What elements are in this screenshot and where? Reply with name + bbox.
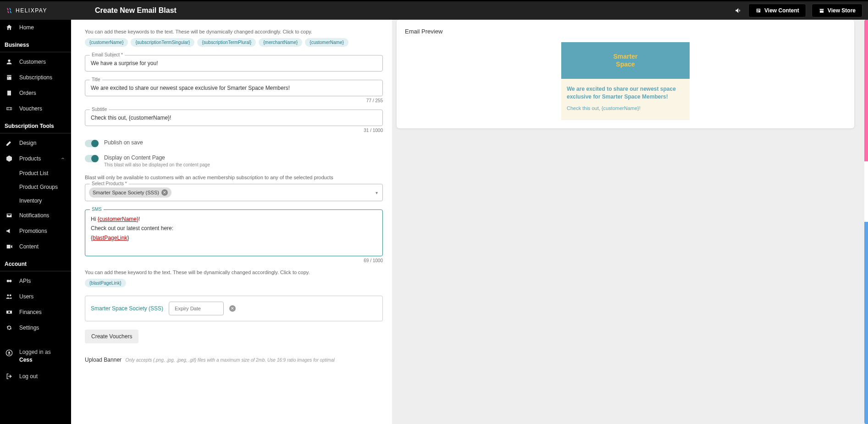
preview-card: Email Preview Smarter Space We are excit… xyxy=(397,20,854,128)
voucher-row: Smarter Space Society (SSS) ✕ xyxy=(85,296,383,321)
sidebar-sub-inventory[interactable]: Inventory xyxy=(0,194,71,208)
pencil-icon xyxy=(6,139,13,147)
display-label: Display on Content Page xyxy=(104,154,210,161)
sidebar-user: Logged in as Cess xyxy=(0,344,71,369)
logout-icon xyxy=(6,373,13,380)
sidebar-item-subscriptions[interactable]: Subscriptions xyxy=(0,70,71,85)
chevron-up-icon xyxy=(60,156,66,161)
title-input[interactable] xyxy=(85,80,382,96)
display-on-content-toggle[interactable] xyxy=(85,155,99,162)
subtitle-counter: 31 / 1000 xyxy=(85,128,383,133)
keyword-chip[interactable]: {subscriptionTermSingular} xyxy=(131,38,194,47)
sidebar-item-logout[interactable]: Log out xyxy=(0,369,71,384)
money-icon xyxy=(6,308,13,316)
sidebar-sub-product-groups[interactable]: Product Groups xyxy=(0,180,71,194)
view-content-button[interactable]: View Content xyxy=(748,4,806,17)
sidebar-item-home[interactable]: Home xyxy=(0,20,71,35)
logged-in-as-label: Logged in as xyxy=(19,348,51,356)
publish-on-save-toggle[interactable] xyxy=(85,140,99,147)
logo-icon xyxy=(6,7,13,14)
page-title: Create New Email Blast xyxy=(95,6,177,15)
section-business: Business xyxy=(0,35,71,52)
select-products-field[interactable]: Select Products * Smarter Space Society … xyxy=(85,184,383,201)
sidebar-item-finances[interactable]: Finances xyxy=(0,304,71,320)
account-icon xyxy=(6,349,13,357)
home-icon xyxy=(6,24,13,31)
box-icon xyxy=(6,155,13,162)
section-account: Account xyxy=(0,254,71,271)
email-subject-field[interactable]: Email Subject * xyxy=(85,55,383,72)
view-store-button[interactable]: View Store xyxy=(812,4,862,17)
sms-textarea[interactable]: Hi {customerName}! Check out our latest … xyxy=(85,210,382,256)
sms-counter: 69 / 1000 xyxy=(85,258,383,263)
sidebar-item-users[interactable]: Users xyxy=(0,289,71,304)
field-label: SMS xyxy=(90,207,104,212)
ticket-icon xyxy=(6,105,13,112)
keyword-chip[interactable]: {customerName} xyxy=(305,38,348,47)
megaphone-icon xyxy=(6,227,13,235)
keyword-chip[interactable]: {subscriptionTermPlural} xyxy=(197,38,256,47)
subtitle-field[interactable]: Subtitle xyxy=(85,110,383,126)
sidebar-sub-product-list[interactable]: Product List xyxy=(0,166,71,180)
sms-keyword-hint: You can add these keyword to the text. T… xyxy=(85,270,383,275)
email-subject-input[interactable] xyxy=(85,55,382,71)
sidebar-item-design[interactable]: Design xyxy=(0,135,71,151)
video-icon xyxy=(6,243,13,250)
upload-hint: Only accepts (.png, .jpg, .jpeg, .gif) f… xyxy=(126,358,335,363)
preview-email: Smarter Space We are excited to share ou… xyxy=(561,42,690,120)
sidebar-item-promotions[interactable]: Promotions xyxy=(0,223,71,239)
field-label: Subtitle xyxy=(90,107,109,112)
view-store-label: View Store xyxy=(828,7,856,14)
field-label: Email Subject * xyxy=(90,52,125,57)
sms-keyword-list: {blastPageLink} xyxy=(85,279,383,287)
sidebar-item-customers[interactable]: Customers xyxy=(0,54,71,70)
users-icon xyxy=(6,293,13,300)
store-icon xyxy=(818,7,825,14)
expiry-date-input[interactable] xyxy=(169,302,224,315)
preview-banner: Smarter Space xyxy=(561,42,690,79)
remove-voucher-icon[interactable]: ✕ xyxy=(229,305,236,312)
create-vouchers-button[interactable]: Create Vouchers xyxy=(85,330,138,343)
sidebar-item-products[interactable]: Products xyxy=(0,151,71,166)
sidebar-item-content[interactable]: Content xyxy=(0,239,71,254)
sidebar-item-vouchers[interactable]: Vouchers xyxy=(0,101,71,116)
remove-chip-icon[interactable]: ✕ xyxy=(161,189,168,196)
title-field[interactable]: Title xyxy=(85,80,383,96)
keyword-chip[interactable]: {customerName} xyxy=(85,38,128,47)
display-sub: This blast will also be displayed on the… xyxy=(104,162,210,167)
keyword-hint: You can add these keywords to the text. … xyxy=(85,29,383,34)
calendar-icon xyxy=(6,74,13,81)
field-label: Title xyxy=(90,77,102,82)
subtitle-input[interactable] xyxy=(85,110,382,126)
section-tools: Subscription Tools xyxy=(0,116,71,133)
publish-label: Publish on save xyxy=(104,139,143,146)
sms-field[interactable]: SMS Hi {customerName}! Check out our lat… xyxy=(85,209,383,256)
sidebar-item-settings[interactable]: Settings xyxy=(0,320,71,336)
sidebar: Home Business Customers Subscriptions Or… xyxy=(0,20,71,424)
view-content-label: View Content xyxy=(764,7,799,14)
preview-heading: Email Preview xyxy=(405,28,846,35)
upload-banner-label: Upload Banner xyxy=(85,357,122,363)
logo[interactable]: HELIXPAY xyxy=(6,7,86,14)
sidebar-item-orders[interactable]: Orders xyxy=(0,85,71,101)
preview-pane: Email Preview Smarter Space We are excit… xyxy=(392,20,868,424)
product-hint: Blast will only be available to customer… xyxy=(85,175,383,180)
brand-text: HELIXPAY xyxy=(16,7,47,14)
api-icon xyxy=(6,277,13,285)
person-icon xyxy=(6,58,13,66)
preview-body-title: We are excited to share our newest space… xyxy=(567,85,684,101)
keyword-list: {customerName} {subscriptionTermSingular… xyxy=(85,38,383,47)
keyword-chip[interactable]: {blastPageLink} xyxy=(85,279,126,287)
announcement-icon[interactable] xyxy=(735,6,743,15)
voucher-name: Smarter Space Society (SSS) xyxy=(91,305,163,312)
sidebar-item-apis[interactable]: APIs xyxy=(0,273,71,289)
gear-icon xyxy=(6,324,13,331)
user-name: Cess xyxy=(19,356,51,364)
clipboard-icon xyxy=(6,89,13,97)
right-edge-decoration xyxy=(864,20,868,424)
dropdown-caret-icon[interactable]: ▾ xyxy=(376,190,378,195)
sidebar-item-notifications[interactable]: Notifications xyxy=(0,208,71,223)
keyword-chip[interactable]: {merchantName} xyxy=(259,38,302,47)
header: HELIXPAY Create New Email Blast View Con… xyxy=(0,1,868,20)
product-chip: Smarter Space Society (SSS) ✕ xyxy=(89,187,171,198)
